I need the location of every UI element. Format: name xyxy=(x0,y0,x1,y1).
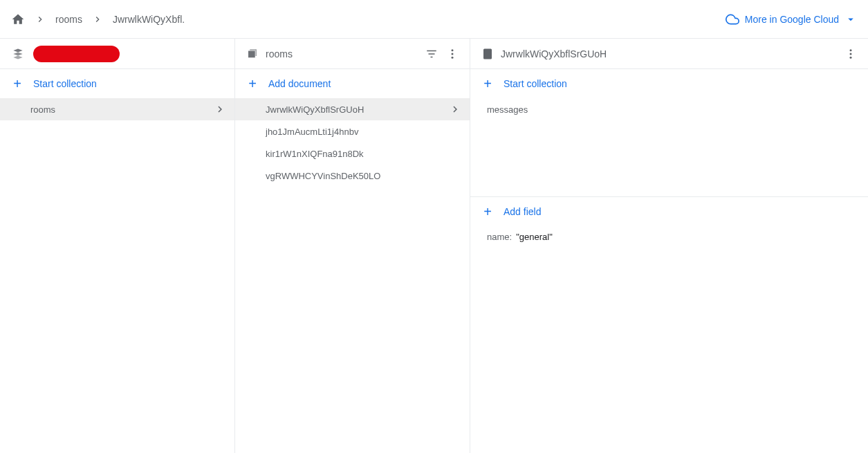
field-value: "general" xyxy=(516,232,553,242)
document-id: JwrwlkWiQyXbflSrGUoH xyxy=(266,104,449,115)
breadcrumb-bar: rooms JwrwlkWiQyXbfl. More in Google Clo… xyxy=(0,0,868,39)
more-in-cloud-link[interactable]: More in Google Cloud xyxy=(726,12,857,26)
document-item[interactable]: vgRWWHCYVinShDeK50LO xyxy=(235,165,470,187)
add-document-button[interactable]: + Add document xyxy=(235,70,470,98)
cloud-link-label: More in Google Cloud xyxy=(745,14,839,25)
document-detail-column: JwrwlkWiQyXbflSrGUoH + Start collection … xyxy=(470,39,868,453)
breadcrumb-item-doc[interactable]: JwrwlkWiQyXbfl. xyxy=(113,14,185,25)
start-subcollection-button[interactable]: + Start collection xyxy=(470,70,868,98)
add-field-button[interactable]: + Add field xyxy=(470,198,868,225)
plus-icon: + xyxy=(11,77,24,91)
svg-point-0 xyxy=(452,49,454,51)
document-title: JwrwlkWiQyXbflSrGUoH xyxy=(501,48,838,59)
field-key: name: xyxy=(487,232,512,242)
collection-item-rooms[interactable]: rooms xyxy=(0,98,234,120)
document-item[interactable]: jho1JmAucmLti1j4hnbv xyxy=(235,120,470,142)
chevron-right-icon xyxy=(449,103,461,115)
subcollection-label: messages xyxy=(487,104,528,115)
collection-title: rooms xyxy=(266,48,418,59)
documents-column: rooms + Add document JwrwlkWiQyXbflSrGUo… xyxy=(235,39,470,453)
document-item[interactable]: JwrwlkWiQyXbflSrGUoH xyxy=(235,98,470,120)
root-column: + Start collection rooms xyxy=(0,39,235,453)
add-field-label: Add field xyxy=(504,206,541,217)
subcollection-item[interactable]: messages xyxy=(470,98,868,120)
svg-point-5 xyxy=(850,56,852,58)
document-icon xyxy=(481,48,494,60)
more-vert-icon[interactable] xyxy=(844,48,857,60)
more-vert-icon[interactable] xyxy=(446,48,459,60)
start-collection-button[interactable]: + Start collection xyxy=(0,70,234,98)
home-icon[interactable] xyxy=(11,12,25,26)
collection-icon xyxy=(246,48,259,60)
document-id: kir1rW1nXIQFna91n8Dk xyxy=(266,149,461,159)
start-subcollection-label: Start collection xyxy=(504,78,567,89)
breadcrumb-item-rooms[interactable]: rooms xyxy=(55,14,82,25)
document-field-row[interactable]: name: "general" xyxy=(470,226,868,248)
collection-label: rooms xyxy=(30,104,214,115)
cloud-icon xyxy=(726,12,739,26)
plus-icon: + xyxy=(481,77,494,91)
document-id: vgRWWHCYVinShDeK50LO xyxy=(266,171,461,181)
document-id: jho1JmAucmLti1j4hnbv xyxy=(266,127,461,137)
document-item[interactable]: kir1rW1nXIQFna91n8Dk xyxy=(235,142,470,165)
project-id-redacted xyxy=(33,46,120,62)
plus-icon: + xyxy=(246,77,259,91)
filter-icon[interactable] xyxy=(425,48,438,60)
start-collection-label: Start collection xyxy=(33,78,97,89)
svg-point-3 xyxy=(850,49,852,51)
svg-point-4 xyxy=(850,53,852,55)
chevron-right-icon xyxy=(91,14,104,25)
svg-point-2 xyxy=(452,56,454,58)
svg-point-1 xyxy=(452,53,454,55)
chevron-right-icon xyxy=(214,103,226,115)
chevron-down-icon xyxy=(844,13,857,26)
chevron-right-icon xyxy=(33,14,47,25)
database-icon xyxy=(11,48,25,59)
plus-icon: + xyxy=(481,205,494,219)
add-document-label: Add document xyxy=(268,78,331,89)
